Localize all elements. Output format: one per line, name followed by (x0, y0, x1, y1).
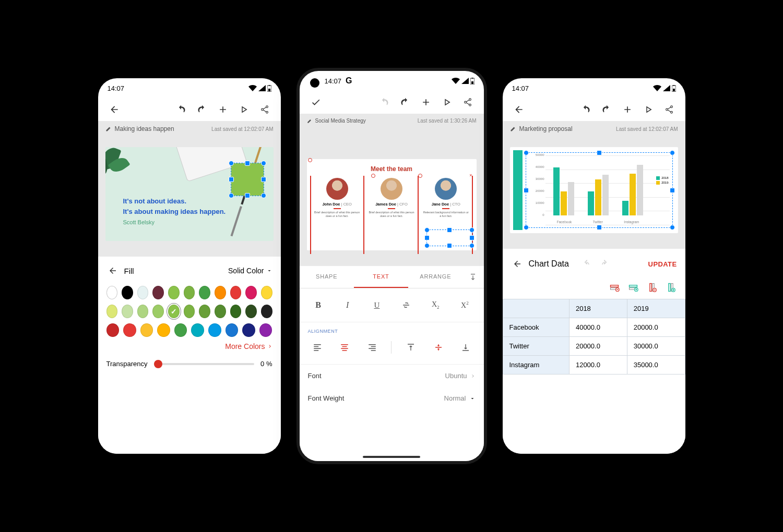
panel-back-button[interactable] (511, 255, 524, 273)
redo-button[interactable] (193, 101, 211, 118)
update-button[interactable]: UPDATE (648, 260, 677, 268)
table-row-header[interactable]: Instagram (503, 356, 569, 374)
fill-mode-selector[interactable]: Solid Color (228, 267, 272, 275)
valign-top-button[interactable] (402, 339, 419, 356)
color-swatch[interactable] (261, 305, 272, 318)
play-button[interactable] (639, 101, 657, 118)
document-title[interactable]: Social Media Strategy (315, 118, 366, 124)
color-swatch[interactable] (168, 286, 180, 299)
undo-button[interactable] (172, 101, 190, 118)
tab-shape[interactable]: SHAPE (300, 266, 354, 288)
table-row-header[interactable]: Twitter (503, 337, 569, 356)
table-cell[interactable]: 20000.0 (627, 318, 685, 337)
color-swatch[interactable] (259, 323, 272, 337)
color-swatch[interactable] (245, 305, 257, 318)
subscript-button[interactable]: X2 (426, 297, 445, 313)
color-swatch[interactable] (137, 305, 149, 318)
document-title[interactable]: Marketing proposal (519, 125, 573, 132)
italic-button[interactable]: I (338, 297, 357, 313)
align-left-button[interactable] (309, 339, 326, 356)
color-swatch[interactable] (230, 286, 242, 299)
share-button[interactable] (660, 101, 678, 118)
canvas-area[interactable]: 01000020000300004000050000 FacebookTwitt… (503, 137, 685, 249)
more-colors-link[interactable]: More Colors (106, 342, 272, 350)
tab-arrange[interactable]: ARRANGE (408, 266, 462, 288)
quote-author[interactable]: Scott Belsky (123, 219, 155, 225)
play-button[interactable] (438, 93, 456, 111)
valign-middle-button[interactable] (430, 339, 447, 356)
table-cell[interactable]: 12000.0 (569, 356, 627, 374)
tab-text[interactable]: TEXT (354, 266, 408, 288)
color-swatch[interactable] (215, 286, 226, 299)
color-swatch[interactable] (226, 323, 239, 337)
color-swatch[interactable] (215, 305, 226, 318)
redo-button[interactable] (598, 101, 615, 118)
slide[interactable]: It's not about ideas. It's about making … (105, 147, 274, 241)
underline-button[interactable]: U (367, 297, 386, 313)
align-center-button[interactable] (336, 339, 353, 356)
redo-button[interactable] (396, 93, 414, 111)
color-swatch[interactable] (137, 286, 149, 299)
superscript-button[interactable]: X2 (455, 297, 474, 313)
color-swatch[interactable] (106, 323, 120, 337)
table-cell[interactable]: 20000.0 (569, 337, 627, 356)
bold-button[interactable]: B (309, 297, 328, 313)
color-swatch[interactable] (242, 323, 255, 337)
color-swatch[interactable] (245, 286, 257, 299)
undo-button[interactable] (577, 101, 595, 118)
share-button[interactable] (256, 101, 274, 118)
document-title[interactable]: Making ideas happen (115, 125, 174, 132)
color-swatch[interactable] (199, 305, 210, 318)
add-column-button[interactable] (665, 281, 677, 294)
back-button[interactable] (510, 101, 528, 118)
color-swatch[interactable] (199, 286, 210, 299)
color-swatch[interactable] (152, 305, 164, 318)
add-button[interactable] (417, 93, 435, 111)
color-swatch[interactable] (261, 286, 272, 299)
color-swatch[interactable] (208, 323, 221, 337)
color-swatch[interactable] (122, 305, 133, 318)
color-swatch[interactable] (152, 286, 164, 299)
chart-data-table[interactable]: 20182019 Facebook40000.020000.0 Twitter2… (503, 299, 685, 374)
table-cell[interactable]: 40000.0 (569, 318, 627, 337)
table-row-header[interactable]: Facebook (503, 318, 569, 337)
color-swatch[interactable] (106, 286, 118, 299)
color-swatch[interactable] (122, 286, 133, 299)
team-member[interactable]: John Doe | CEO Brief description of what… (312, 178, 362, 218)
table-col-header[interactable]: 2018 (569, 299, 627, 318)
slide[interactable]: 01000020000300004000050000 FacebookTwitt… (510, 147, 678, 233)
color-swatch[interactable] (184, 305, 195, 318)
transparency-slider[interactable] (154, 363, 255, 365)
done-button[interactable] (307, 93, 325, 111)
delete-row-button[interactable] (608, 281, 621, 294)
panel-back-button[interactable] (106, 262, 119, 280)
table-cell[interactable]: 35000.0 (627, 356, 685, 374)
table-cell[interactable]: 30000.0 (627, 337, 685, 356)
team-member[interactable]: James Doe | CFO Brief description of wha… (366, 178, 417, 218)
slide[interactable]: Meet the team × John Doe | CEO Brief des… (307, 159, 477, 250)
font-weight-row[interactable]: Font Weight Normal (300, 387, 484, 409)
selected-text-box[interactable] (426, 229, 472, 246)
color-swatch[interactable] (140, 323, 153, 337)
redo-data-button[interactable] (598, 255, 611, 273)
font-row[interactable]: Font Ubuntu (300, 365, 484, 387)
strikethrough-button[interactable] (397, 297, 416, 313)
share-button[interactable] (459, 93, 477, 111)
canvas-area[interactable]: It's not about ideas. It's about making … (98, 137, 281, 257)
back-button[interactable] (105, 101, 123, 118)
canvas-area[interactable]: Meet the team × John Doe | CEO Brief des… (300, 128, 484, 266)
table-col-header[interactable]: 2019 (627, 299, 685, 318)
color-swatch[interactable] (230, 305, 242, 318)
color-swatch[interactable]: ✓ (168, 305, 180, 318)
delete-column-button[interactable] (646, 281, 658, 294)
valign-bottom-button[interactable] (457, 339, 474, 356)
selected-shape[interactable] (231, 163, 264, 196)
quote-text[interactable]: It's not about ideas. It's about making … (123, 196, 226, 216)
play-button[interactable] (235, 101, 253, 118)
color-swatch[interactable] (123, 323, 136, 337)
color-swatch[interactable] (191, 323, 204, 337)
collapse-panel-button[interactable] (462, 266, 483, 288)
color-swatch[interactable] (157, 323, 170, 337)
color-swatch[interactable] (174, 323, 187, 337)
align-right-button[interactable] (364, 339, 381, 356)
